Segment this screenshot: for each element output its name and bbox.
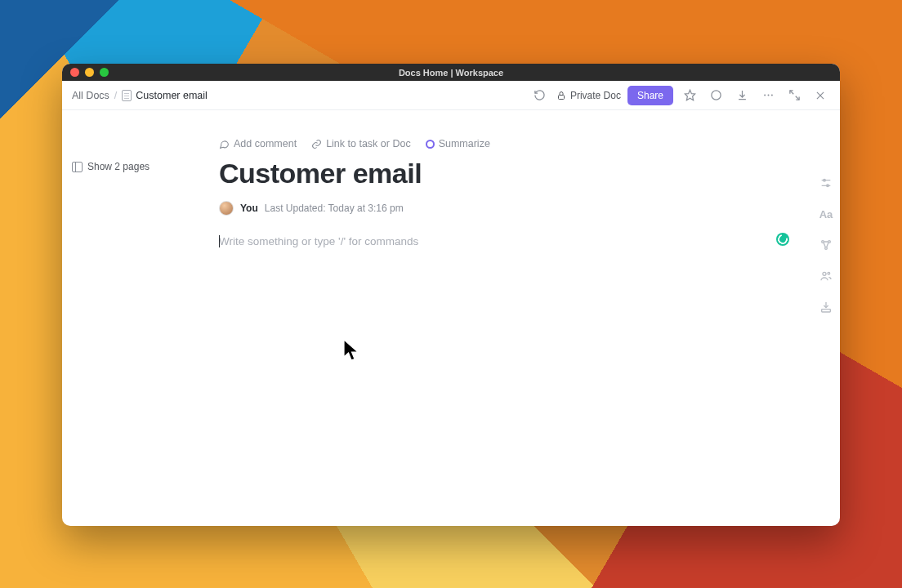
settings-rail-icon[interactable] <box>819 176 833 190</box>
close-icon[interactable] <box>810 86 830 105</box>
desktop-wallpaper: Docs Home | Workspace All Docs / Custome… <box>0 0 902 588</box>
collapse-icon[interactable] <box>784 86 804 105</box>
doc-actions: Add comment Link to task or Doc Summariz… <box>219 138 791 149</box>
link-task-label: Link to task or Doc <box>326 138 411 149</box>
add-comment-label: Add comment <box>234 138 297 149</box>
svg-rect-0 <box>558 95 564 99</box>
text-caret <box>219 235 220 247</box>
more-icon[interactable] <box>758 86 778 105</box>
share-button[interactable]: Share <box>627 86 673 105</box>
doc-body: Show 2 pages Add comment Link to task or… <box>62 110 840 526</box>
window-title: Docs Home | Workspace <box>62 68 840 78</box>
svg-point-14 <box>822 241 824 243</box>
lock-icon <box>556 91 566 100</box>
privacy-toggle[interactable]: Private Doc <box>556 90 621 101</box>
breadcrumb-separator: / <box>114 90 117 101</box>
breadcrumb-current-label: Customer email <box>136 90 208 101</box>
show-pages-toggle[interactable]: Show 2 pages <box>72 161 219 172</box>
grammarly-icon[interactable] <box>776 233 789 246</box>
svg-line-6 <box>789 91 793 94</box>
typography-rail-icon[interactable]: Aa <box>819 207 833 221</box>
window-controls <box>70 68 109 77</box>
app-window: Docs Home | Workspace All Docs / Custome… <box>62 64 840 526</box>
svg-point-4 <box>767 95 769 96</box>
editor-column: Add comment Link to task or Doc Summariz… <box>219 110 791 526</box>
breadcrumb: All Docs / Customer email <box>72 90 208 101</box>
doc-meta: You Last Updated: Today at 3:16 pm <box>219 201 791 216</box>
svg-line-7 <box>795 96 798 100</box>
pages-icon <box>72 162 83 172</box>
close-window-button[interactable] <box>70 68 79 77</box>
history-icon[interactable] <box>530 86 550 105</box>
author-name[interactable]: You <box>240 203 258 214</box>
export-rail-icon[interactable] <box>819 300 833 314</box>
svg-point-17 <box>823 272 826 275</box>
svg-marker-1 <box>685 90 695 100</box>
top-toolbar: All Docs / Customer email Private Doc Sh… <box>62 81 840 110</box>
breadcrumb-root[interactable]: All Docs <box>72 90 109 101</box>
add-comment-action[interactable]: Add comment <box>219 138 297 149</box>
privacy-label: Private Doc <box>570 90 621 101</box>
window-titlebar: Docs Home | Workspace <box>62 64 840 81</box>
svg-point-15 <box>828 241 831 243</box>
summarize-label: Summarize <box>439 138 490 149</box>
svg-rect-19 <box>822 310 831 312</box>
svg-point-16 <box>825 247 828 250</box>
last-updated: Last Updated: Today at 3:16 pm <box>265 203 404 214</box>
favorite-icon[interactable] <box>680 86 699 105</box>
zoom-window-button[interactable] <box>100 68 109 77</box>
svg-point-18 <box>828 272 830 274</box>
editor-placeholder: Write something or type '/' for commands <box>219 235 418 247</box>
subtasks-icon[interactable] <box>706 86 726 105</box>
right-rail: Aa <box>819 176 833 314</box>
show-pages-label: Show 2 pages <box>87 161 150 172</box>
left-sidebar: Show 2 pages <box>62 110 219 526</box>
ai-icon <box>426 140 435 149</box>
link-icon <box>311 139 322 149</box>
author-avatar[interactable] <box>219 201 234 216</box>
breadcrumb-current[interactable]: Customer email <box>122 90 208 101</box>
download-icon[interactable] <box>732 86 752 105</box>
doc-title[interactable]: Customer email <box>219 158 791 189</box>
editor-body[interactable]: Write something or type '/' for commands <box>219 234 791 248</box>
relationships-rail-icon[interactable] <box>819 238 833 252</box>
svg-point-2 <box>711 91 720 100</box>
minimize-window-button[interactable] <box>85 68 94 77</box>
collaborators-rail-icon[interactable] <box>819 269 833 283</box>
svg-point-3 <box>764 95 766 96</box>
comment-icon <box>219 139 230 149</box>
summarize-action[interactable]: Summarize <box>426 138 490 149</box>
svg-point-5 <box>770 95 772 96</box>
doc-icon <box>122 90 132 101</box>
link-task-action[interactable]: Link to task or Doc <box>311 138 411 149</box>
